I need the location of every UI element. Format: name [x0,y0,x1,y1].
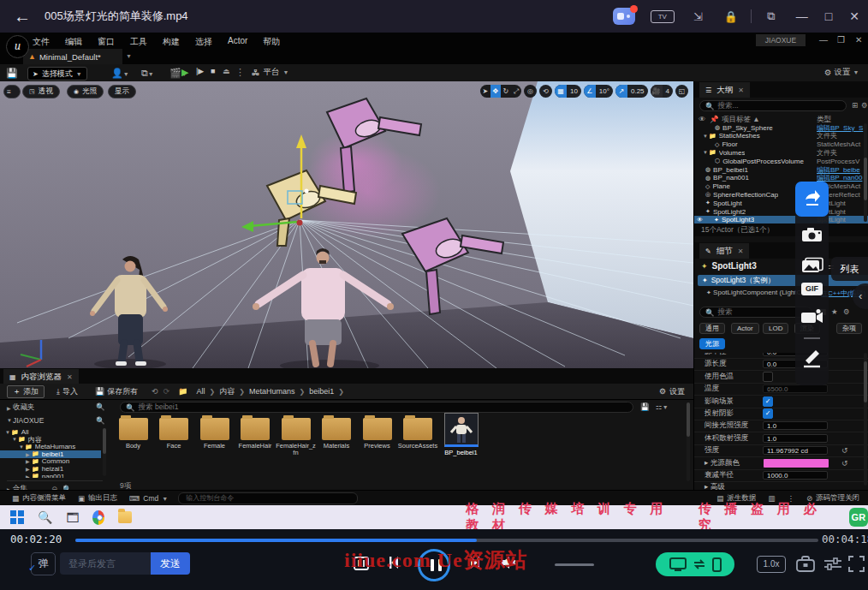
outliner-row[interactable]: ⬡GlobalPostProcessVolumePostProcessV [694,157,868,165]
viewport-menu-icon[interactable]: ≡ [3,85,21,98]
add-button[interactable]: ＋ 添加 [7,385,45,398]
menu-选择[interactable]: 选择 [195,36,212,48]
category-chip-light[interactable]: 光源 [699,338,725,349]
scale-tool-icon[interactable]: ⤢ [511,85,521,98]
outliner-row[interactable]: ◇FloorStaticMeshAct [694,140,868,149]
settings-sliders-icon[interactable] [823,556,842,572]
property-value-field[interactable]: 6500.0 [763,384,828,393]
menu-工具[interactable]: 工具 [130,36,147,48]
viewport[interactable]: ≡ ◳ 透视 ◉ 光照 显示 ➤ ✥ ↻ ⤢ ◎ ⟲ ▦ 10 [0,81,693,368]
breadcrumb-item[interactable]: 内容 [219,386,235,397]
actor-type[interactable]: 编辑BP_beibe [817,165,866,174]
cb-folder-SourceAssets[interactable]: SourceAssets [398,418,438,450]
reset-to-default-icon[interactable]: ↺ [841,446,848,455]
expand-caret-icon[interactable]: ▼ [703,150,709,155]
outliner-tab[interactable]: ☰ 大纲 ✕ [699,82,750,98]
ue-close-button[interactable]: ✕ [855,35,862,45]
reset-to-default-icon[interactable]: ↺ [841,459,848,468]
lit-mode-dropdown[interactable]: ◉ 光照 [67,85,104,98]
console-input[interactable]: 输入控制台命令 [178,492,358,504]
outliner-scrollbar[interactable] [864,123,867,222]
minimize-button[interactable]: — [796,9,808,23]
menu-Actor[interactable]: Actor [228,36,247,48]
expand-caret-icon[interactable]: ▶ [26,458,32,464]
content-drawer-button[interactable]: ▦ 内容侧滑菜单 [12,493,66,504]
world-local-icon[interactable]: ⟲ [539,85,552,98]
select-tool-icon[interactable]: ➤ [480,85,490,98]
filter-chip-LOD[interactable]: LOD [763,323,788,334]
outliner-row[interactable]: ◎SphereReflectionCapSphereReflect [694,190,868,199]
import-button[interactable]: ⤓ 导入 [51,386,83,397]
eye-icon[interactable]: 👁 [697,217,703,223]
windows-start-icon[interactable] [10,510,24,524]
outliner-search-input[interactable]: 🔍 搜索... [699,100,847,111]
level-tab[interactable]: ▲ Minimal_Default* [23,49,122,64]
select-mode-dropdown[interactable]: ➤ 选择模式 ▼ [27,67,87,80]
danmaku-input[interactable]: 登录后发言 [60,552,151,575]
cb-settings-button[interactable]: ⚙ 设置 [659,386,685,397]
ue-restore-button[interactable]: ❐ [837,35,845,45]
cb-scrollbar[interactable] [687,402,690,481]
filter-chip-通用[interactable]: 通用 [699,323,725,334]
filter-chip-Actor[interactable]: Actor [731,323,759,334]
save-icon[interactable]: 💾 [6,68,18,79]
cast-to-device-button[interactable] [656,552,734,576]
expand-caret-icon[interactable]: ▼ [12,437,18,442]
save-search-icon[interactable]: 💾 [640,402,650,411]
outliner-row[interactable]: ◍BP_beibei1编辑BP_beibe [694,165,868,174]
filter-chip-杂项[interactable]: 杂项 [836,323,862,334]
property-value-field[interactable]: 11.967992 cd [763,446,828,455]
cb-folder-Female[interactable]: Female [194,418,235,450]
light-color-swatch[interactable] [763,458,829,468]
content-browser-tab[interactable]: ▦ 内容浏览器 ✕ [3,369,79,384]
breadcrumb-item[interactable]: MetaHumans [249,387,295,396]
expand-caret-icon[interactable]: ▶ [26,474,32,478]
property-checkbox[interactable]: ✓ [763,396,773,407]
annotate-pen-icon[interactable] [795,348,829,368]
ue-minimize-button[interactable]: — [819,35,828,45]
expand-caret-icon[interactable]: ▶ [26,466,32,472]
lock-icon[interactable]: 🔒 [722,10,740,23]
stop-icon[interactable]: ■ [211,67,215,75]
details-settings-icon[interactable]: ⚙ [843,307,850,316]
play-icon[interactable]: ▶ [181,67,188,78]
outliner-settings-icon[interactable]: ⚙ [861,101,868,110]
expand-caret-icon[interactable]: ▼ [19,444,25,450]
menu-文件[interactable]: 文件 [33,36,50,48]
cb-folder-FemaleHair_zfn[interactable]: FemaleHair_zfn [276,418,316,456]
details-tab[interactable]: ✎ 细节 ✕ [699,243,749,259]
forward-nav-icon[interactable]: ⟳ [163,387,170,396]
cb-asset-bp-beibei1[interactable]: BP_beibei1 [441,413,481,456]
cb-folder-Body[interactable]: Body [113,418,153,450]
move-tool-icon[interactable]: ✥ [490,85,501,98]
frame-skip-icon[interactable]: |▶ [196,67,204,75]
play-options-icon[interactable]: ⋮ [235,67,245,78]
maximize-button[interactable]: □ [825,9,832,23]
scale-snap-control[interactable]: ↗ 0.25 [615,85,648,98]
tab-dropdown-icon[interactable]: ▼ [126,53,132,59]
perspective-dropdown[interactable]: ◳ 透视 [22,85,60,98]
recorder-share-button[interactable] [795,182,829,217]
platform-dropdown[interactable]: 🖧 平台 ▼ [252,67,288,78]
expand-caret-icon[interactable]: ▼ [703,134,709,139]
outliner-row[interactable]: ▼📁Volumes文件夹 [694,148,868,157]
cb-tree-item-nan001[interactable]: ▶📁nan001 [0,473,64,478]
favorites-star-icon[interactable]: ★ [831,307,838,316]
surface-snap-icon[interactable]: ◎ [524,85,537,98]
rotate-tool-icon[interactable]: ↻ [501,85,511,98]
mini-window-icon[interactable]: ⧉ [763,9,780,23]
cb-sidebar-scrollbar[interactable] [103,428,106,476]
add-filter-icon[interactable]: ⊞ [852,101,858,110]
screenshot-camera-icon[interactable] [795,226,829,243]
show-dropdown[interactable]: 显示 [108,85,136,98]
expand-caret-icon[interactable]: ▼ [5,430,11,435]
cb-search-input[interactable]: 🔍 搜索 beibei1 [120,402,633,413]
close-button[interactable]: ✕ [849,9,859,23]
property-checkbox[interactable]: ✓ [763,408,773,419]
property-value-field[interactable]: 1.0 [763,421,828,430]
blueprints-icon[interactable]: ⧉▼ [141,68,154,79]
favorites-section[interactable]: ▶收藏夹 [7,402,35,413]
property-checkbox[interactable] [763,372,773,382]
outliner-row[interactable]: ◍BP_Sky_Sphere编辑BP_Sky_S [694,123,868,132]
property-value-field[interactable]: 1000.0 [763,471,828,480]
